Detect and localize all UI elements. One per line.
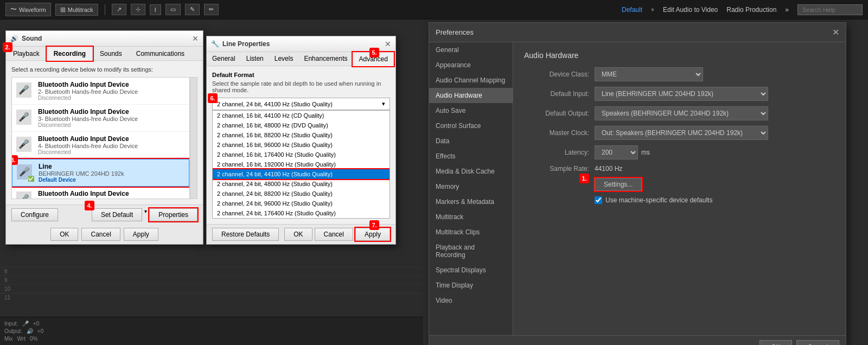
sound-cancel-btn[interactable]: Cancel [81, 228, 120, 241]
format-option[interactable]: 2 channel, 24 bit, 192000 Hz (Studio Qua… [213, 218, 390, 219]
sidebar-item-data[interactable]: Data [429, 133, 513, 149]
format-option[interactable]: 2 channel, 16 bit, 48000 Hz (DVD Quality… [213, 120, 390, 130]
set-default-dropdown[interactable]: ▾ [144, 208, 147, 221]
line-cancel-btn[interactable]: Cancel [315, 228, 353, 241]
latency-unit: ms [641, 149, 650, 156]
format-option-selected[interactable]: 2 channel, 24 bit, 44100 Hz (Studio Qual… [213, 169, 390, 179]
format-option[interactable]: 2 channel, 16 bit, 96000 Hz (Studio Qual… [213, 140, 390, 150]
sidebar-item-audio-hardware[interactable]: Audio Hardware [429, 88, 513, 103]
default-output-label: Default Output: [524, 110, 589, 117]
tab-levels[interactable]: Levels [269, 52, 299, 66]
format-option[interactable]: 2 channel, 24 bit, 88200 Hz (Studio Qual… [213, 189, 390, 199]
edit-audio-link[interactable]: Edit Audio to Video [663, 6, 718, 14]
step6-badge: 6. [208, 93, 218, 103]
output-db: +0 [37, 328, 43, 334]
multitrack-btn[interactable]: ⊞ Multitrack [55, 4, 98, 16]
mix-label: Mix [4, 336, 13, 342]
waveform-btn[interactable]: 〜 Waveform [5, 3, 51, 16]
pref-close-btn[interactable]: ✕ [832, 27, 839, 37]
sound-dialog-close[interactable]: ✕ [192, 34, 199, 43]
latency-label: Latency: [524, 149, 589, 156]
device-icon: 🎤 [16, 110, 31, 125]
line-dialog-close[interactable]: ✕ [385, 40, 391, 48]
format-option[interactable]: 2 channel, 16 bit, 88200 Hz (Studio Qual… [213, 130, 390, 140]
sidebar-item-multitrack-clips[interactable]: Multitrack Clips [429, 225, 513, 240]
sidebar-item-video[interactable]: Video [429, 293, 513, 308]
tool-btn-4[interactable]: ▭ [165, 4, 181, 15]
selected-device-icon-wrapper: 🎤 ✅ [17, 164, 34, 182]
format-option[interactable]: 2 channel, 24 bit, 48000 Hz (Studio Qual… [213, 179, 390, 189]
device-class-select[interactable]: MME [595, 67, 703, 81]
sound-apply-btn[interactable]: Apply [124, 228, 158, 241]
sidebar-item-effects[interactable]: Effects [429, 149, 513, 164]
machine-defaults-checkbox[interactable] [595, 196, 602, 204]
tab-general[interactable]: General [207, 52, 241, 66]
device-item[interactable]: 🎤 Bluetooth Audio Input Device Bluetooth… [12, 187, 189, 199]
format-dropdown-btn[interactable]: 2 channel, 24 bit, 44100 Hz (Studio Qual… [212, 98, 390, 110]
tab-enhancements[interactable]: Enhancements [298, 52, 353, 66]
device-item[interactable]: 🎤 Bluetooth Audio Input Device 2- Blueto… [12, 78, 189, 105]
settings-btn[interactable]: Settings... [595, 178, 642, 191]
sidebar-item-time[interactable]: Time Display [429, 278, 513, 293]
restore-defaults-btn[interactable]: Restore Defaults [212, 228, 279, 241]
device-list-scrollbar[interactable] [190, 77, 197, 199]
selected-device-info: Line BEHRINGER UMC 204HD 192k Default De… [39, 163, 184, 183]
line-ok-btn[interactable]: OK [284, 228, 312, 241]
selected-device-item[interactable]: 3. 🎤 ✅ Line BEHRINGER UMC 204HD 192k Def… [12, 159, 189, 187]
sound-footer-right: Set Default ▾ Properties [92, 208, 197, 221]
sound-dialog-tabs: Playback Recording Sounds Communications [6, 47, 203, 61]
pref-ok-btn[interactable]: OK [760, 340, 792, 345]
tool-btn-1[interactable]: ↗ [112, 4, 126, 15]
sound-ok-btn[interactable]: OK [50, 228, 78, 241]
tool-btn-5[interactable]: ✎ [185, 4, 200, 15]
tool-btn-3[interactable]: I [150, 4, 161, 15]
tab-communications[interactable]: Communications [129, 47, 192, 60]
device-item[interactable]: 🎤 Bluetooth Audio Input Device 4- Blueto… [12, 132, 189, 159]
format-option[interactable]: 2 channel, 16 bit, 44100 Hz (CD Quality) [213, 111, 390, 120]
line-dialog-titlebar: 🔧 Line Properties ✕ [207, 36, 395, 52]
tab-listen[interactable]: Listen [241, 52, 269, 66]
default-input-select[interactable]: Line (BEHRINGER UMC 204HD 192k) [595, 87, 768, 101]
tab-recording[interactable]: Recording [47, 47, 93, 61]
step4-badge: 4. [85, 201, 94, 210]
sample-rate-control: 44100 Hz [595, 165, 835, 173]
default-link[interactable]: Default [622, 6, 642, 14]
device-item[interactable]: 🎤 Bluetooth Audio Input Device 3- Blueto… [12, 105, 189, 132]
properties-btn[interactable]: Properties [149, 208, 197, 221]
pref-main-content: Audio Hardware Device Class: MME Default… [513, 42, 846, 335]
format-list[interactable]: 2 channel, 16 bit, 44100 Hz (CD Quality)… [212, 110, 390, 219]
radio-link[interactable]: Radio Production [726, 6, 776, 14]
input-icon: 🎤 [22, 321, 29, 327]
format-option[interactable]: 2 channel, 24 bit, 96000 Hz (Studio Qual… [213, 199, 390, 208]
sidebar-item-auto-save[interactable]: Auto Save [429, 103, 513, 118]
tool-btn-2[interactable]: ⊹ [131, 4, 145, 15]
tool-btn-6[interactable]: ✏ [204, 4, 219, 15]
master-clock-select[interactable]: Out: Speakers (BEHRINGER UMC 204HD 192k) [595, 126, 768, 140]
more-workspaces[interactable]: » [785, 6, 789, 14]
sidebar-item-markers[interactable]: Markers & Metadata [429, 194, 513, 209]
sidebar-item-media-disk[interactable]: Media & Disk Cache [429, 164, 513, 179]
configure-btn[interactable]: Configure [11, 208, 58, 221]
tab-sounds[interactable]: Sounds [93, 47, 129, 60]
format-option[interactable]: 2 channel, 24 bit, 176400 Hz (Studio Qua… [213, 208, 390, 218]
default-output-select[interactable]: Speakers (BEHRINGER UMC 204HD 192k) [595, 106, 768, 120]
sidebar-item-multitrack[interactable]: Multitrack [429, 209, 513, 225]
device-name: Bluetooth Audio Input Device [38, 108, 185, 116]
sidebar-item-memory[interactable]: Memory [429, 179, 513, 194]
sidebar-item-general[interactable]: General [429, 42, 513, 58]
sidebar-item-appearance[interactable]: Appearance [429, 58, 513, 73]
pref-cancel-btn[interactable]: Cancel [796, 340, 839, 345]
percent-label: 0% [30, 336, 37, 342]
track-labels: 8 9 10 11 [0, 267, 423, 302]
format-option[interactable]: 2 channel, 16 bit, 176400 Hz (Studio Qua… [213, 150, 390, 159]
sidebar-item-spectral[interactable]: Spectral Displays [429, 263, 513, 278]
sidebar-item-control-surface[interactable]: Control Surface [429, 118, 513, 133]
device-class-control: MME [595, 67, 835, 81]
sidebar-item-playback[interactable]: Playback and Recording [429, 240, 513, 263]
format-option[interactable]: 2 channel, 16 bit, 192000 Hz (Studio Qua… [213, 159, 390, 169]
device-list[interactable]: 🎤 Bluetooth Audio Input Device 2- Blueto… [11, 77, 190, 199]
sidebar-item-audio-channel[interactable]: Audio Channel Mapping [429, 73, 513, 88]
search-input[interactable] [797, 4, 863, 15]
set-default-btn[interactable]: Set Default [92, 208, 142, 221]
latency-select[interactable]: 200 [595, 145, 638, 159]
